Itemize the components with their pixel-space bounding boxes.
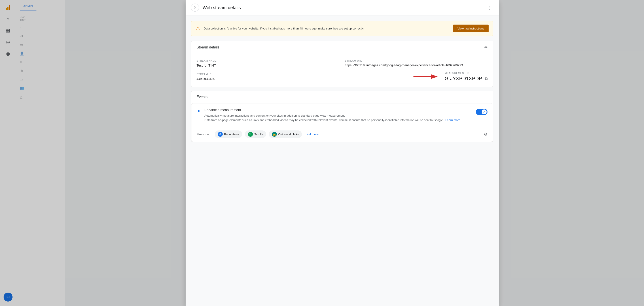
stream-url-field: STREAM URL https://360919.tintpages.com/… — [345, 59, 488, 67]
measurement-id-label: MEASUREMENT ID — [445, 72, 488, 74]
stream-url-value: https://360919.tintpages.com/google-tag-… — [345, 63, 488, 67]
stream-top-grid: STREAM NAME Test for TINT STREAM URL htt… — [196, 59, 488, 67]
enhanced-measurement-toggle[interactable] — [476, 109, 488, 115]
stream-id-field: STREAM ID 4451833430 — [196, 73, 340, 81]
measuring-label: Measuring: — [197, 133, 211, 136]
scrolls-icon: ↻ — [248, 132, 253, 137]
events-inner: ✦ Enhanced measurement Automatically mea… — [191, 103, 493, 142]
warning-icon: ⚠ — [196, 26, 200, 31]
events-title: Events — [196, 95, 208, 99]
page-views-label: Page views — [224, 133, 239, 136]
measuring-row: Measuring: 👁 Page views ↻ Scrolls 🔒 — [192, 127, 493, 142]
stream-name-label: STREAM NAME — [196, 59, 340, 62]
events-settings-icon[interactable]: ⚙ — [484, 132, 488, 137]
warning-banner: ⚠ Data collection isn't active for your … — [191, 21, 493, 36]
stream-name-value: Test for TINT — [196, 63, 340, 67]
copy-icon[interactable]: ⧉ — [485, 76, 488, 81]
modal-backdrop: ✕ Web stream details ⋮ ⚠ Data collection… — [0, 0, 644, 306]
stream-details-title: Stream details — [196, 45, 219, 49]
enhanced-measurement-section: ✦ Enhanced measurement Automatically mea… — [192, 103, 493, 127]
view-tag-instructions-button[interactable]: View tag instructions — [453, 24, 488, 32]
stream-name-field: STREAM NAME Test for TINT — [196, 59, 340, 67]
stream-id-label: STREAM ID — [196, 73, 340, 75]
enhanced-measurement-description: Automatically measure interactions and c… — [204, 113, 472, 122]
enhanced-measurement-title: Enhanced measurement — [204, 108, 472, 112]
web-stream-details-modal: ✕ Web stream details ⋮ ⚠ Data collection… — [186, 0, 499, 306]
sparkle-icon: ✦ — [197, 108, 201, 114]
page-views-icon: 👁 — [218, 132, 223, 137]
toggle-wrap — [476, 109, 488, 115]
close-icon: ✕ — [194, 5, 197, 10]
outbound-clicks-chip[interactable]: 🔒 Outbound clicks — [269, 130, 302, 138]
stream-id-value: 4451833430 — [196, 77, 340, 81]
stream-url-label: STREAM URL — [345, 59, 488, 62]
modal-title: Web stream details — [202, 5, 485, 10]
stream-details-body: STREAM NAME Test for TINT STREAM URL htt… — [191, 54, 493, 87]
measurement-id-field: MEASUREMENT ID G-JYXPD1XPDP ⧉ — [445, 72, 488, 81]
stream-details-header: Stream details ✏ — [191, 41, 493, 54]
outbound-clicks-icon: 🔒 — [272, 132, 277, 137]
more-vert-icon: ⋮ — [487, 5, 492, 10]
measurement-id-value-wrap: G-JYXPD1XPDP ⧉ — [445, 76, 488, 81]
stream-id-row: STREAM ID 4451833430 — [196, 72, 488, 81]
red-arrow — [414, 73, 440, 80]
edit-icon[interactable]: ✏ — [484, 45, 488, 50]
events-body: ✦ Enhanced measurement Automatically mea… — [191, 103, 493, 142]
learn-more-link[interactable]: Learn more — [446, 118, 460, 122]
modal-header: ✕ Web stream details ⋮ — [186, 0, 499, 15]
more-events-button[interactable]: + 4 more — [304, 131, 321, 137]
events-header: Events — [191, 91, 493, 103]
enhanced-measurement-content: Enhanced measurement Automatically measu… — [204, 108, 472, 122]
events-card: Events ✦ Enhanced measurement Automatica… — [191, 91, 493, 142]
measurement-id-area: MEASUREMENT ID G-JYXPD1XPDP ⧉ — [345, 72, 488, 81]
stream-details-card: Stream details ✏ STREAM NAME Test for TI… — [191, 41, 493, 87]
scrolls-label: Scrolls — [254, 133, 263, 136]
measurement-id-value: G-JYXPD1XPDP — [445, 76, 482, 81]
modal-body: ⚠ Data collection isn't active for your … — [186, 15, 499, 306]
measurement-id-with-arrow: MEASUREMENT ID G-JYXPD1XPDP ⧉ — [345, 72, 488, 81]
modal-menu-button[interactable]: ⋮ — [485, 3, 493, 11]
warning-text: Data collection isn't active for your we… — [204, 26, 450, 31]
outbound-clicks-label: Outbound clicks — [278, 133, 299, 136]
scrolls-chip[interactable]: ↻ Scrolls — [245, 130, 266, 138]
modal-close-button[interactable]: ✕ — [191, 3, 199, 11]
page-views-chip[interactable]: 👁 Page views — [215, 130, 242, 138]
